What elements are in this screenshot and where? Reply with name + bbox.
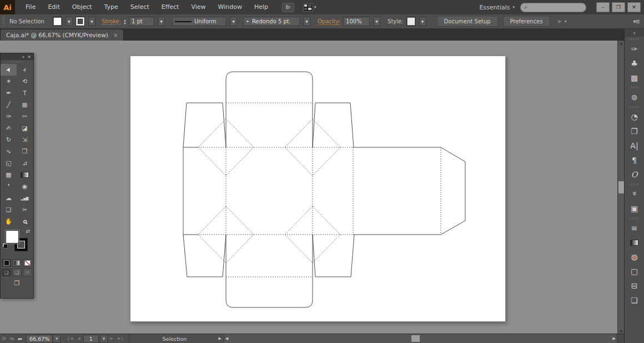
dock-header[interactable]: « xyxy=(625,29,644,37)
select-similar-icon[interactable]: ➤ xyxy=(557,18,562,24)
vertical-scrollbar[interactable]: ▲ ▼ xyxy=(617,41,624,334)
first-artboard-button[interactable]: ❙◀ xyxy=(65,336,74,341)
minimize-button[interactable]: – xyxy=(596,2,610,12)
close-panel-icon[interactable]: ✕ xyxy=(27,54,31,59)
stroke-color-swatch[interactable] xyxy=(76,17,85,26)
horizontal-scroll-thumb[interactable] xyxy=(411,335,420,342)
stroke-panel-button[interactable]: ≡ xyxy=(625,221,644,235)
zoom-level-field[interactable]: 66,67% xyxy=(26,335,53,343)
scroll-left-icon[interactable]: ◀ xyxy=(225,334,228,343)
transform-panel-button[interactable]: ▢ xyxy=(625,264,644,279)
style-swatch[interactable] xyxy=(406,17,416,26)
lasso-tool[interactable]: ⟲ xyxy=(17,76,33,87)
appearance-panel-button[interactable]: ❐ xyxy=(625,124,644,138)
gradient-tool[interactable] xyxy=(17,169,33,181)
artboard[interactable] xyxy=(130,56,506,322)
dock-group-grip[interactable] xyxy=(625,37,644,42)
color-guide-panel-button[interactable]: ◔ xyxy=(625,110,644,124)
swatches-panel-button[interactable]: ▦ xyxy=(625,71,644,85)
dock-group-grip[interactable] xyxy=(625,85,644,90)
zoom-tool[interactable]: ϙ xyxy=(17,216,33,227)
menu-window[interactable]: Window xyxy=(212,0,248,14)
color-button[interactable] xyxy=(2,259,11,267)
search-input[interactable]: ⌕ xyxy=(520,3,586,12)
default-fill-stroke-icon[interactable] xyxy=(2,243,8,248)
pen-tool[interactable]: ✒ xyxy=(1,87,17,99)
layers-panel-button[interactable]: « xyxy=(625,187,644,201)
stroke-width-dropdown[interactable]: ▼ xyxy=(158,17,165,26)
select-similar-dropdown[interactable]: ▾ xyxy=(565,19,567,24)
column-graph-tool[interactable]: ▂▅▇ xyxy=(17,192,33,204)
gradient-panel-button[interactable] xyxy=(625,235,644,250)
blend-tool[interactable]: ◉ xyxy=(17,181,33,192)
bridge-button[interactable]: Br xyxy=(282,3,294,12)
arrange-documents-button[interactable]: ▾ xyxy=(303,3,316,12)
draw-normal-button[interactable]: ❏ xyxy=(2,269,11,276)
gradient-button[interactable] xyxy=(12,259,22,267)
sync-icon[interactable]: ⇋ xyxy=(8,336,16,342)
artboard-number-field[interactable]: 1 xyxy=(83,335,99,343)
variable-width-profile-select[interactable]: Uniform xyxy=(172,17,227,26)
symbol-sprayer-tool[interactable]: ☁ xyxy=(1,192,17,204)
selection-tool[interactable]: ➤ xyxy=(1,64,17,76)
brush-definition-select[interactable]: • Redondo 5 pt. xyxy=(243,17,300,26)
rectangle-tool[interactable]: ■ xyxy=(17,99,33,111)
paragraph-panel-button[interactable]: ¶ xyxy=(625,153,644,167)
dock-group-grip[interactable] xyxy=(625,182,644,187)
artboards-panel-button[interactable]: ▣ xyxy=(625,201,644,216)
menu-help[interactable]: Help xyxy=(248,0,274,14)
brushes-panel-button[interactable]: ✑ xyxy=(625,42,644,56)
opacity-field[interactable]: 100% xyxy=(343,17,370,26)
expand-dock-icon[interactable]: « xyxy=(633,31,636,36)
next-artboard-button[interactable]: ▶ xyxy=(109,336,115,341)
paintbrush-tool[interactable]: ✑ xyxy=(1,111,17,122)
preferences-button[interactable]: Preferences xyxy=(503,16,550,27)
stroke-width-field[interactable]: 1 pt xyxy=(129,17,154,26)
artboard-tool[interactable]: ❏ xyxy=(1,204,17,216)
rotate-tool[interactable]: ↻ xyxy=(1,134,17,146)
document-setup-button[interactable]: Document Setup xyxy=(437,16,498,27)
scale-tool[interactable]: ⇲ xyxy=(17,134,33,146)
history-icon[interactable]: ⟳ xyxy=(0,336,8,342)
dock-group-grip[interactable] xyxy=(625,216,644,221)
horizontal-scrollbar[interactable]: ◀ ▶ xyxy=(224,334,617,343)
align-panel-button[interactable]: ⊟ xyxy=(625,279,644,293)
hand-tool[interactable]: ✋ xyxy=(1,216,17,227)
line-segment-tool[interactable]: ╱ xyxy=(1,99,17,111)
menu-file[interactable]: File xyxy=(19,0,42,14)
character-panel-button[interactable]: A| xyxy=(625,138,644,153)
eyedropper-tool[interactable]: ❜ xyxy=(1,181,17,192)
restore-button[interactable]: ❐ xyxy=(612,2,625,12)
perspective-grid-tool[interactable]: ⊿ xyxy=(17,157,33,169)
free-transform-tool[interactable]: ❒ xyxy=(17,146,33,157)
stroke-width-stepper[interactable]: ▲ ▼ xyxy=(124,18,126,25)
control-panel-menu-icon[interactable]: ▾≣ xyxy=(633,18,642,24)
magic-wand-tool[interactable]: ✶ xyxy=(1,76,17,87)
style-dropdown[interactable]: ▼ xyxy=(419,17,426,26)
blob-brush-tool[interactable]: ✍ xyxy=(1,122,17,134)
profile-dropdown[interactable]: ▼ xyxy=(230,17,237,26)
vertical-scroll-thumb[interactable] xyxy=(618,181,624,193)
transparency-panel-button[interactable]: ◍ xyxy=(625,250,644,264)
fill-color-swatch[interactable] xyxy=(53,17,62,26)
workspace-switcher[interactable]: Essentials ▾ xyxy=(479,4,515,11)
pencil-tool[interactable]: ✏ xyxy=(17,111,33,122)
zoom-dropdown[interactable]: ▼ xyxy=(53,335,61,343)
stroke-panel-link[interactable]: Stroke: xyxy=(102,18,121,25)
dock-group-grip[interactable] xyxy=(625,105,644,110)
menu-effect[interactable]: Effect xyxy=(155,0,185,14)
type-tool[interactable]: T xyxy=(17,87,33,99)
menu-type[interactable]: Type xyxy=(98,0,124,14)
screen-mode-button[interactable]: ❐ xyxy=(1,280,33,287)
none-button[interactable] xyxy=(23,259,32,267)
canvas-pasteboard[interactable] xyxy=(0,41,617,334)
status-expand-icon[interactable]: ▶ xyxy=(216,336,223,341)
tab-close-icon[interactable]: × xyxy=(113,32,118,38)
direct-selection-tool[interactable]: ➣ xyxy=(17,64,33,76)
shape-builder-tool[interactable]: ◱ xyxy=(1,157,17,169)
artboard-dropdown[interactable]: ▼ xyxy=(100,335,108,343)
opentype-panel-button[interactable]: O xyxy=(625,167,644,182)
eraser-tool[interactable]: ◪ xyxy=(17,122,33,134)
fill-dropdown-button[interactable]: ▼ xyxy=(66,17,73,26)
symbols-panel-button[interactable]: ♣ xyxy=(625,56,644,71)
